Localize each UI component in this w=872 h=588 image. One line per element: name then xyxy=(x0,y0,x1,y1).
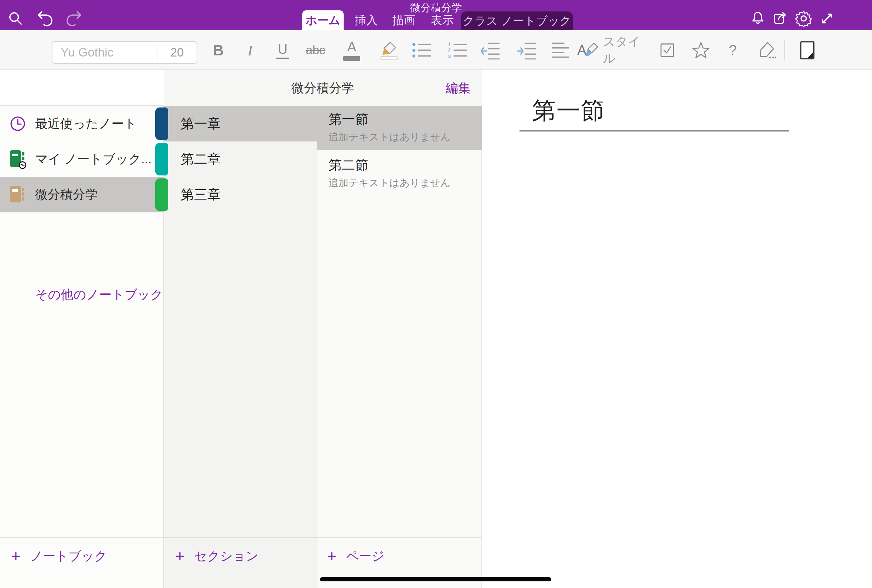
edit-button[interactable]: 編集 xyxy=(446,70,471,106)
notebook-header: 微分積分学 編集 xyxy=(164,70,482,106)
page-subtitle: 追加テキストはありません xyxy=(329,130,482,144)
question-tag-icon[interactable]: ? xyxy=(720,30,745,70)
underline-button[interactable]: U xyxy=(270,30,295,70)
notebook-tan-icon xyxy=(0,185,35,204)
section-color-tab-green[interactable] xyxy=(155,178,168,211)
sidebar-item-calculus[interactable]: 微分積分学 xyxy=(0,177,164,212)
footer-divider xyxy=(0,537,482,538)
home-indicator[interactable] xyxy=(320,577,551,581)
highlighter-icon[interactable] xyxy=(377,30,402,70)
plus-icon: + xyxy=(175,548,185,564)
more-notebooks-link[interactable]: その他のノートブック xyxy=(35,286,163,303)
page-subtitle: 追加テキストはありません xyxy=(329,176,482,190)
main-area: 微分積分学 編集 最近使ったノート xyxy=(0,70,872,588)
page-title: 第二節 xyxy=(329,157,482,173)
expand-icon[interactable] xyxy=(818,10,836,27)
share-icon[interactable] xyxy=(772,10,789,27)
star-tag-icon[interactable] xyxy=(688,30,713,70)
svg-text:3: 3 xyxy=(448,54,451,59)
notebook-header-title: 微分積分学 xyxy=(164,70,482,106)
todo-checkbox-tag-icon[interactable] xyxy=(655,30,680,70)
bullet-list-icon[interactable] xyxy=(410,30,435,70)
sidebar-header-area xyxy=(0,70,164,106)
page-title-underline xyxy=(519,130,789,132)
tab-home[interactable]: ホーム xyxy=(302,10,344,30)
settings-gear-icon[interactable] xyxy=(795,10,812,27)
notebook-green-sync-icon xyxy=(0,150,35,169)
add-section-button[interactable]: + セクション xyxy=(175,544,259,568)
font-name-field[interactable]: Yu Gothic xyxy=(53,45,157,60)
outdent-icon[interactable] xyxy=(478,30,503,70)
indent-icon[interactable] xyxy=(514,30,539,70)
onenote-app: 微分積分学 ホーム 挿入 描画 表示 クラス ノートブック xyxy=(0,0,872,588)
styles-label: スタイル xyxy=(603,34,651,67)
styles-button[interactable]: A スタイル xyxy=(577,30,651,70)
italic-button[interactable]: I xyxy=(237,30,263,70)
sidebar-item-label: マイ ノートブック... xyxy=(35,151,152,168)
add-section-label: セクション xyxy=(194,548,259,565)
bold-button[interactable]: B xyxy=(206,30,231,70)
section-row-chapter3[interactable]: 第三章 xyxy=(164,177,317,212)
page-row-section2[interactable]: 第二節 追加テキストはありません xyxy=(317,152,482,196)
sidebar-item-my-notebooks[interactable]: マイ ノートブック... xyxy=(0,141,164,177)
svg-text:1: 1 xyxy=(448,41,451,47)
tab-insert[interactable]: 挿入 xyxy=(350,10,383,30)
section-color-tab-teal[interactable] xyxy=(155,143,168,176)
ribbon-tabs: ホーム 挿入 描画 表示 クラス ノートブック xyxy=(0,0,872,30)
editor-content: 第一節 xyxy=(482,70,872,588)
section-row-chapter2[interactable]: 第二章 xyxy=(164,141,317,177)
alignment-icon[interactable] xyxy=(548,30,573,70)
page-row-section1[interactable]: 第一節 追加テキストはありません xyxy=(317,106,482,150)
tab-draw[interactable]: 描画 xyxy=(387,10,420,30)
font-size-field[interactable]: 20 xyxy=(158,45,197,60)
strikethrough-button[interactable]: abc xyxy=(303,30,328,70)
font-picker[interactable]: Yu Gothic 20 xyxy=(52,41,197,64)
recent-clock-icon xyxy=(0,115,35,133)
tab-class-notebook[interactable]: クラス ノートブック xyxy=(461,12,573,30)
sidebar-item-label: 最近使ったノート xyxy=(35,115,137,132)
tab-view[interactable]: 表示 xyxy=(426,10,459,30)
sidebar-item-label: 微分積分学 xyxy=(35,186,98,203)
more-tags-icon[interactable] xyxy=(754,30,779,70)
numbered-list-icon[interactable]: 1 2 3 xyxy=(445,30,470,70)
svg-text:2: 2 xyxy=(448,47,451,53)
add-notebook-label: ノートブック xyxy=(30,548,107,565)
page-title-field[interactable]: 第一節 xyxy=(532,94,605,127)
notifications-bell-icon[interactable] xyxy=(749,10,767,27)
plus-icon: + xyxy=(327,548,336,564)
page-format-icon[interactable] xyxy=(795,30,820,70)
font-color-button[interactable]: A xyxy=(339,30,364,70)
add-page-button[interactable]: + ページ xyxy=(327,544,384,568)
font-color-swatch xyxy=(343,56,360,61)
page-title: 第一節 xyxy=(329,111,482,128)
plus-icon: + xyxy=(11,548,21,564)
section-color-tab-blue[interactable] xyxy=(155,108,168,140)
formatting-toolbar: Yu Gothic 20 B I U abc A 1 xyxy=(0,30,872,70)
section-row-chapter1[interactable]: 第一章 xyxy=(164,106,317,141)
add-page-label: ページ xyxy=(346,548,385,565)
add-notebook-button[interactable]: + ノートブック xyxy=(11,544,107,568)
sidebar-item-recent-notes[interactable]: 最近使ったノート xyxy=(0,106,164,141)
toolbar-divider xyxy=(785,40,785,61)
styles-brush-icon xyxy=(584,42,599,59)
top-app-bar: 微分積分学 ホーム 挿入 描画 表示 クラス ノートブック xyxy=(0,0,872,30)
